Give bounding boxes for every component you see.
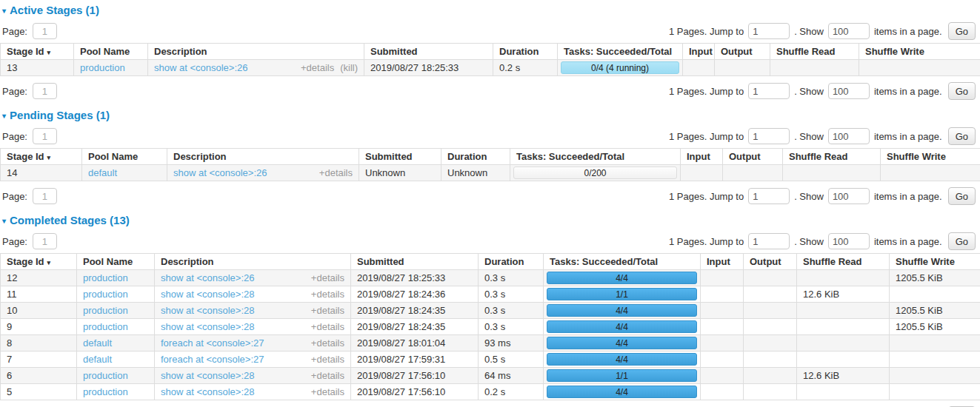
- details-toggle[interactable]: +details: [311, 321, 344, 332]
- show-items-input[interactable]: [828, 128, 870, 144]
- shuffle-write-cell: [890, 384, 980, 400]
- page-number-input[interactable]: [33, 23, 57, 39]
- column-header-submitted[interactable]: Submitted: [364, 44, 493, 60]
- details-toggle[interactable]: +details: [311, 386, 344, 397]
- go-button[interactable]: Go: [948, 82, 976, 100]
- show-items-input[interactable]: [828, 188, 870, 204]
- pool-name-link[interactable]: production: [83, 289, 128, 300]
- jump-to-page-input[interactable]: [748, 23, 790, 39]
- column-header-stage-id[interactable]: Stage Id▾: [1, 149, 82, 165]
- pool-name-link[interactable]: production: [83, 272, 128, 283]
- column-header-duration[interactable]: Duration: [493, 44, 558, 60]
- description-link[interactable]: show at <console>:26: [154, 62, 247, 73]
- go-button[interactable]: Go: [948, 187, 976, 205]
- submitted-cell: 2019/08/27 18:25:33: [351, 270, 479, 286]
- pool-name-link[interactable]: production: [80, 62, 125, 73]
- column-header-description[interactable]: Description: [167, 149, 359, 165]
- column-header-shuffle-read[interactable]: Shuffle Read: [783, 149, 881, 165]
- column-header-stage-id[interactable]: Stage Id▾: [1, 254, 77, 270]
- details-toggle[interactable]: +details: [311, 305, 344, 316]
- stage-id-cell: 12: [1, 270, 77, 286]
- column-header-description[interactable]: Description: [155, 254, 351, 270]
- column-header-stage-id[interactable]: Stage Id▾: [1, 44, 74, 60]
- pool-name-link[interactable]: production: [83, 321, 128, 332]
- tasks-progress-cell: 0/200: [510, 165, 681, 181]
- page-number-input[interactable]: [33, 188, 57, 204]
- description-link[interactable]: show at <console>:28: [161, 305, 254, 316]
- go-button[interactable]: Go: [948, 22, 976, 40]
- pool-name-link[interactable]: default: [83, 337, 112, 349]
- column-header-pool-name[interactable]: Pool Name: [77, 254, 155, 270]
- pool-name-link[interactable]: default: [83, 354, 112, 365]
- section-title[interactable]: ▾Active Stages (1): [2, 4, 980, 16]
- jump-to-page-input[interactable]: [748, 128, 790, 144]
- jump-to-page-input[interactable]: [748, 233, 790, 249]
- column-header-submitted[interactable]: Submitted: [351, 254, 479, 270]
- description-link[interactable]: show at <console>:26: [173, 167, 267, 178]
- column-header-tasks-succeeded-total[interactable]: Tasks: Succeeded/Total: [544, 254, 701, 270]
- column-header-shuffle-write[interactable]: Shuffle Write: [859, 44, 980, 60]
- shuffle-write-cell: [890, 335, 980, 352]
- details-toggle[interactable]: +details: [311, 354, 344, 365]
- details-toggle[interactable]: +details: [311, 289, 344, 300]
- column-header-pool-name[interactable]: Pool Name: [74, 44, 148, 60]
- go-button[interactable]: Go: [948, 127, 976, 145]
- header-row: Stage Id▾Pool NameDescriptionSubmittedDu…: [1, 149, 980, 165]
- column-header-shuffle-write[interactable]: Shuffle Write: [890, 254, 980, 270]
- output-cell: [744, 319, 797, 335]
- section-title[interactable]: ▾Completed Stages (13): [2, 214, 980, 226]
- page-number-input[interactable]: [33, 233, 57, 249]
- show-items-input[interactable]: [828, 233, 870, 249]
- section-title[interactable]: ▾Pending Stages (1): [2, 109, 980, 121]
- column-header-duration[interactable]: Duration: [479, 254, 544, 270]
- details-toggle[interactable]: +details: [319, 167, 353, 178]
- column-header-submitted[interactable]: Submitted: [359, 149, 441, 165]
- column-header-shuffle-write[interactable]: Shuffle Write: [881, 149, 980, 165]
- page-number-input[interactable]: [33, 128, 57, 144]
- pool-name-link[interactable]: production: [83, 370, 128, 381]
- description-link[interactable]: foreach at <console>:27: [161, 354, 264, 365]
- jump-to-page-input[interactable]: [748, 83, 790, 99]
- tasks-progress-bar: 1/1: [547, 369, 697, 382]
- page-label: Page:: [2, 236, 27, 247]
- go-button[interactable]: Go: [948, 232, 976, 250]
- description-link[interactable]: show at <console>:28: [161, 370, 254, 381]
- details-toggle[interactable]: +details: [311, 370, 344, 381]
- description-cell: show at <console>:26+details: [167, 165, 359, 181]
- column-header-output[interactable]: Output: [723, 149, 783, 165]
- column-header-output[interactable]: Output: [715, 44, 770, 60]
- page-number-input[interactable]: [33, 83, 57, 99]
- column-header-input[interactable]: Input: [681, 149, 723, 165]
- tasks-progress-bar: 4/4: [547, 386, 697, 398]
- column-header-input[interactable]: Input: [683, 44, 715, 60]
- column-header-duration[interactable]: Duration: [441, 149, 510, 165]
- details-toggle[interactable]: +details: [301, 62, 334, 73]
- column-header-label: Stage Id: [7, 151, 44, 162]
- column-header-tasks-succeeded-total[interactable]: Tasks: Succeeded/Total: [558, 44, 683, 60]
- column-header-description[interactable]: Description: [148, 44, 364, 60]
- details-toggle[interactable]: +details: [311, 272, 344, 283]
- pool-name-link[interactable]: production: [83, 305, 128, 316]
- column-header-pool-name[interactable]: Pool Name: [82, 149, 167, 165]
- jump-to-page-input[interactable]: [748, 188, 790, 204]
- column-header-tasks-succeeded-total[interactable]: Tasks: Succeeded/Total: [510, 149, 681, 165]
- pool-name-link[interactable]: default: [88, 167, 117, 178]
- pool-name-link[interactable]: production: [83, 386, 128, 397]
- column-header-shuffle-read[interactable]: Shuffle Read: [770, 44, 859, 60]
- column-header-input[interactable]: Input: [701, 254, 744, 270]
- output-cell: [744, 303, 797, 319]
- submitted-cell: 2019/08/27 17:59:31: [351, 352, 479, 368]
- show-items-input[interactable]: [828, 23, 870, 39]
- description-link[interactable]: show at <console>:26: [161, 272, 254, 283]
- description-actions: +details: [305, 337, 344, 349]
- description-link[interactable]: show at <console>:28: [161, 289, 254, 300]
- details-toggle[interactable]: +details: [311, 337, 344, 349]
- tasks-progress-cell: 4/4: [544, 352, 701, 368]
- description-link[interactable]: foreach at <console>:27: [161, 337, 264, 349]
- description-link[interactable]: show at <console>:28: [161, 386, 254, 397]
- kill-link[interactable]: (kill): [340, 62, 358, 73]
- description-link[interactable]: show at <console>:28: [161, 321, 254, 332]
- show-items-input[interactable]: [828, 83, 870, 99]
- column-header-shuffle-read[interactable]: Shuffle Read: [797, 254, 890, 270]
- column-header-output[interactable]: Output: [744, 254, 797, 270]
